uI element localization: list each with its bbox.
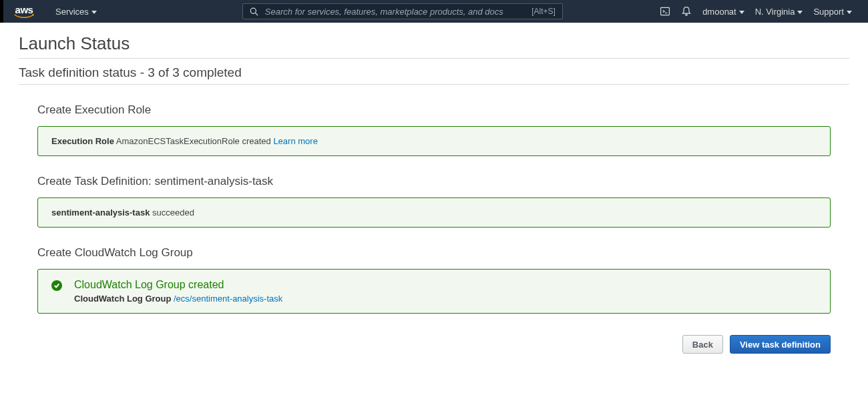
back-button[interactable]: Back <box>682 335 723 354</box>
view-task-definition-button[interactable]: View task definition <box>730 335 831 354</box>
account-menu[interactable]: dmoonat <box>697 7 750 17</box>
search-container: [Alt+S] <box>242 3 563 19</box>
search-icon <box>250 7 258 16</box>
log-group-sub-bold: CloudWatch Log Group <box>74 294 174 304</box>
log-group-row: CloudWatch Log Group created CloudWatch … <box>51 279 817 304</box>
panel-log-group: CloudWatch Log Group created CloudWatch … <box>37 269 831 314</box>
left-strip <box>0 0 3 23</box>
section-heading-log-group: Create CloudWatch Log Group <box>37 246 831 260</box>
caret-down-icon <box>91 11 97 14</box>
services-menu[interactable]: Services <box>50 7 102 17</box>
svg-point-0 <box>250 8 256 13</box>
divider <box>19 84 849 85</box>
main-content: Launch Status Task definition status - 3… <box>0 23 868 354</box>
panel-task-definition: sentiment-analysis-task succeeded <box>37 198 831 228</box>
log-group-success-heading: CloudWatch Log Group created <box>74 279 282 291</box>
svg-line-1 <box>255 13 258 15</box>
success-check-icon <box>51 280 62 291</box>
support-label: Support <box>813 7 844 17</box>
top-nav: aws Services [Alt+S] <box>0 0 868 23</box>
section-heading-task-definition: Create Task Definition: sentiment-analys… <box>37 175 831 188</box>
log-group-path-link[interactable]: /ecs/sentiment-analysis-task <box>174 294 282 304</box>
cloudshell-icon <box>660 6 670 17</box>
aws-smile-icon <box>14 14 34 18</box>
execution-role-message: Execution Role AmazonECSTaskExecutionRol… <box>51 136 817 146</box>
support-menu[interactable]: Support <box>808 7 857 17</box>
cloudshell-button[interactable] <box>654 6 676 17</box>
caret-down-icon <box>797 11 803 14</box>
divider <box>19 58 849 59</box>
svg-point-4 <box>686 14 687 15</box>
region-menu[interactable]: N. Virginia <box>750 7 809 17</box>
log-group-text-block: CloudWatch Log Group created CloudWatch … <box>74 279 282 304</box>
caret-down-icon <box>847 11 852 14</box>
learn-more-link[interactable]: Learn more <box>273 136 317 146</box>
log-group-subtext: CloudWatch Log Group /ecs/sentiment-anal… <box>74 294 282 304</box>
task-definition-message: sentiment-analysis-task succeeded <box>51 208 817 218</box>
task-definition-bold: sentiment-analysis-task <box>51 208 150 218</box>
services-label: Services <box>55 7 89 17</box>
task-definition-text: succeeded <box>150 208 194 218</box>
caret-down-icon <box>739 11 744 14</box>
panel-execution-role: Execution Role AmazonECSTaskExecutionRol… <box>37 126 831 156</box>
search-shortcut-hint: [Alt+S] <box>531 7 556 16</box>
execution-role-bold: Execution Role <box>51 136 114 146</box>
account-label: dmoonat <box>702 7 736 17</box>
aws-logo[interactable]: aws <box>14 5 34 18</box>
search-box[interactable]: [Alt+S] <box>242 3 563 19</box>
bell-icon <box>681 6 692 17</box>
page-title: Launch Status <box>19 33 849 54</box>
footer-buttons: Back View task definition <box>37 335 831 354</box>
sections-container: Create Execution Role Execution Role Ama… <box>19 103 849 354</box>
task-definition-status: Task definition status - 3 of 3 complete… <box>19 65 849 80</box>
notifications-button[interactable] <box>676 6 697 17</box>
search-input[interactable] <box>265 7 526 17</box>
section-heading-execution-role: Create Execution Role <box>37 103 831 117</box>
region-label: N. Virginia <box>755 7 795 17</box>
execution-role-text: AmazonECSTaskExecutionRole created <box>114 136 273 146</box>
aws-logo-text: aws <box>15 5 33 15</box>
